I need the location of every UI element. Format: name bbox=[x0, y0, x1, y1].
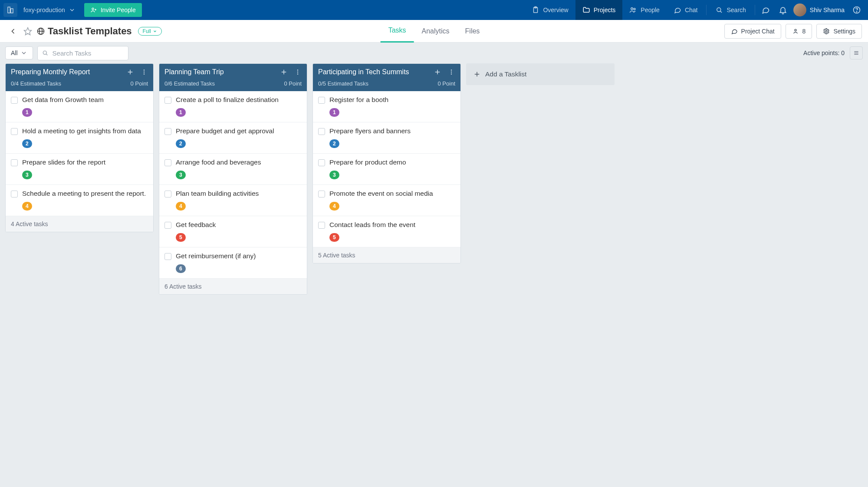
topbar: foxy-production Invite People Overview P… bbox=[0, 0, 868, 20]
user-plus-icon bbox=[90, 7, 97, 13]
nav-chat-label: Chat bbox=[685, 7, 698, 13]
add-task-button[interactable] bbox=[434, 68, 441, 76]
task-checkbox[interactable] bbox=[318, 159, 325, 166]
search-input[interactable] bbox=[37, 46, 128, 60]
svg-point-37 bbox=[451, 72, 452, 72]
svg-point-28 bbox=[144, 73, 145, 74]
task-card[interactable]: Prepare slides for the report 3 bbox=[6, 154, 153, 185]
task-card[interactable]: Schedule a meeting to present the report… bbox=[6, 185, 153, 216]
nav-search[interactable]: Search bbox=[708, 0, 753, 20]
task-card[interactable]: Hold a meeting to get insights from data… bbox=[6, 122, 153, 154]
task-card[interactable]: Create a poll to finalize destination 1 bbox=[159, 91, 307, 122]
task-order-badge: 2 bbox=[329, 139, 339, 148]
user-menu[interactable]: Shiv Sharma bbox=[792, 3, 848, 16]
task-order-badge: 3 bbox=[22, 171, 32, 179]
task-order-badge: 5 bbox=[176, 233, 186, 242]
task-card[interactable]: Prepare flyers and banners 2 bbox=[313, 122, 460, 154]
task-title: Plan team building activities bbox=[176, 189, 259, 198]
column-footer: 5 Active tasks bbox=[313, 247, 460, 263]
task-checkbox[interactable] bbox=[318, 222, 325, 229]
help-icon bbox=[852, 6, 861, 14]
subheader: Tasklist Templates Full Tasks Analytics … bbox=[0, 20, 868, 43]
task-checkbox[interactable] bbox=[164, 191, 171, 197]
notifications-button[interactable] bbox=[774, 0, 792, 20]
project-chat-label: Project Chat bbox=[741, 28, 775, 35]
task-checkbox[interactable] bbox=[164, 128, 171, 135]
nav-overview[interactable]: Overview bbox=[525, 0, 575, 20]
quick-chat-button[interactable] bbox=[757, 0, 774, 20]
task-order-badge: 3 bbox=[329, 171, 339, 179]
more-vertical-icon bbox=[447, 68, 455, 76]
column-menu-button[interactable] bbox=[294, 68, 302, 76]
chevron-left-icon bbox=[9, 27, 17, 36]
task-card[interactable]: Arrange food and beverages 3 bbox=[159, 154, 307, 185]
task-checkbox[interactable] bbox=[11, 128, 18, 135]
help-button[interactable] bbox=[848, 0, 865, 20]
view-options-button[interactable] bbox=[850, 46, 863, 59]
task-card[interactable]: Register for a booth 1 bbox=[313, 91, 460, 122]
task-title: Hold a meeting to get insights from data bbox=[22, 127, 141, 136]
star-icon bbox=[23, 27, 32, 36]
svg-rect-0 bbox=[8, 7, 10, 13]
nav-projects[interactable]: Projects bbox=[575, 0, 623, 20]
task-checkbox[interactable] bbox=[318, 128, 325, 135]
board: Preparing Monthly Report 0/4 Estimated T… bbox=[0, 63, 868, 487]
chevron-down-icon bbox=[69, 7, 76, 13]
settings-button[interactable]: Settings bbox=[816, 24, 862, 39]
task-checkbox[interactable] bbox=[164, 253, 171, 260]
task-order-badge: 2 bbox=[22, 139, 32, 148]
task-checkbox[interactable] bbox=[164, 222, 171, 229]
task-card[interactable]: Plan team building activities 4 bbox=[159, 185, 307, 216]
more-vertical-icon bbox=[294, 68, 302, 76]
add-tasklist-button[interactable]: Add a Tasklist bbox=[466, 63, 615, 85]
column-title: Participating in Tech Summits bbox=[318, 68, 409, 76]
chat-bubble-icon bbox=[674, 6, 681, 14]
task-order-badge: 4 bbox=[176, 202, 186, 211]
favorite-button[interactable] bbox=[20, 24, 36, 38]
visibility-icon bbox=[36, 27, 45, 36]
folder-icon bbox=[582, 6, 590, 14]
settings-label: Settings bbox=[833, 28, 855, 35]
svg-point-33 bbox=[297, 73, 298, 74]
task-card[interactable]: Prepare budget and get approval 2 bbox=[159, 122, 307, 154]
filter-dropdown[interactable]: All bbox=[5, 46, 33, 59]
task-checkbox[interactable] bbox=[164, 97, 171, 104]
column-menu-button[interactable] bbox=[140, 68, 148, 76]
back-button[interactable] bbox=[6, 24, 20, 38]
svg-point-36 bbox=[451, 69, 452, 70]
add-task-button[interactable] bbox=[280, 68, 288, 76]
visibility-badge[interactable]: Full bbox=[138, 27, 162, 36]
task-checkbox[interactable] bbox=[318, 97, 325, 104]
tab-files[interactable]: Files bbox=[457, 20, 488, 43]
column-menu-button[interactable] bbox=[447, 68, 455, 76]
nav-chat[interactable]: Chat bbox=[667, 0, 705, 20]
task-card[interactable]: Promote the event on social media 4 bbox=[313, 185, 460, 216]
project-tabs: Tasks Analytics Files bbox=[381, 20, 488, 43]
tab-analytics[interactable]: Analytics bbox=[414, 20, 457, 43]
task-checkbox[interactable] bbox=[11, 159, 18, 166]
task-checkbox[interactable] bbox=[318, 191, 325, 197]
nav-search-label: Search bbox=[727, 7, 746, 13]
task-checkbox[interactable] bbox=[164, 159, 171, 166]
column-footer: 6 Active tasks bbox=[159, 279, 307, 294]
workspace-switcher[interactable]: foxy-production bbox=[19, 0, 80, 20]
task-card[interactable]: Get data from Growth team 1 bbox=[6, 91, 153, 122]
svg-point-2 bbox=[92, 8, 94, 10]
task-checkbox[interactable] bbox=[11, 191, 18, 197]
task-checkbox[interactable] bbox=[11, 97, 18, 104]
invite-people-button[interactable]: Invite People bbox=[84, 3, 142, 17]
add-task-button[interactable] bbox=[126, 68, 134, 76]
workspace-name: foxy-production bbox=[23, 7, 65, 13]
project-chat-button[interactable]: Project Chat bbox=[724, 24, 781, 39]
app-logo[interactable] bbox=[3, 3, 17, 17]
chat-bubble-icon bbox=[761, 6, 770, 14]
members-button[interactable]: 8 bbox=[786, 24, 812, 39]
task-card[interactable]: Contact leads from the event 5 bbox=[313, 216, 460, 247]
more-vertical-icon bbox=[140, 68, 148, 76]
task-card[interactable]: Get reimbursement (if any) 6 bbox=[159, 247, 307, 279]
nav-overview-label: Overview bbox=[543, 7, 568, 13]
task-card[interactable]: Get feedback 5 bbox=[159, 216, 307, 247]
task-card[interactable]: Prepare for product demo 3 bbox=[313, 154, 460, 185]
nav-people[interactable]: People bbox=[622, 0, 667, 20]
tab-tasks[interactable]: Tasks bbox=[381, 20, 414, 43]
